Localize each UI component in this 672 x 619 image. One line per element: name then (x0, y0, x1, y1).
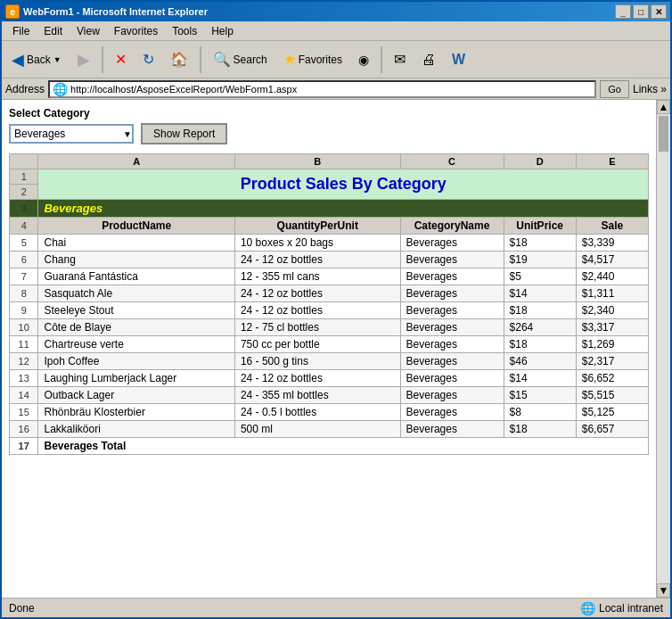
back-dropdown-icon[interactable]: ▼ (53, 55, 61, 64)
cell-cat-13: Beverages (400, 370, 504, 387)
cell-cat-9: Beverages (400, 302, 504, 319)
col-header-a: A (38, 154, 234, 169)
menu-help[interactable]: Help (204, 23, 241, 39)
window-title: WebForm1 - Microsoft Internet Explorer (23, 6, 208, 17)
back-button[interactable]: ◀ Back ▼ (5, 45, 68, 75)
category-select[interactable]: Beverages Condiments Confections Dairy P… (9, 124, 134, 144)
cell-sale-16: $6,657 (576, 421, 648, 438)
cell-sale-8: $1,311 (576, 285, 648, 302)
address-icon: 🌐 (53, 82, 68, 96)
stop-icon: ✕ (115, 51, 127, 68)
category-header-label: Beverages (44, 202, 102, 215)
toolbar: ◀ Back ▼ ▶ ✕ ↻ 🏠 🔍 Search ★ Favorites ◉ (2, 41, 670, 78)
status-right: 🌐 Local intranet (580, 601, 663, 615)
table-row: 14 Outback Lager 24 - 355 ml bottles Bev… (10, 387, 649, 404)
row-num-16: 16 (10, 421, 38, 438)
maximize-button[interactable]: □ (633, 4, 649, 19)
row-num-12: 12 (10, 353, 38, 370)
cell-sale-7: $2,440 (576, 268, 648, 285)
cell-cat-11: Beverages (400, 336, 504, 353)
cell-sale-6: $4,517 (576, 252, 648, 268)
refresh-button[interactable]: ↻ (136, 45, 160, 75)
cell-price-16: $18 (504, 421, 576, 438)
refresh-icon: ↻ (143, 51, 154, 68)
mail-button[interactable]: ✉ (388, 45, 412, 75)
print-button[interactable]: 🖨 (415, 45, 442, 75)
cell-sale-12: $2,317 (576, 353, 648, 370)
cell-sale-5: $3,339 (576, 235, 648, 252)
cell-price-5: $18 (504, 235, 576, 252)
row-num-6: 6 (10, 252, 38, 268)
menu-file[interactable]: File (5, 23, 37, 39)
cell-price-9: $18 (504, 302, 576, 319)
category-select-wrapper: Beverages Condiments Confections Dairy P… (9, 124, 134, 144)
cell-sale-14: $5,515 (576, 387, 648, 404)
minimize-button[interactable]: _ (615, 4, 631, 19)
toolbar-separator-1 (102, 46, 103, 73)
cell-product-13: Laughing Lumberjack Lager (38, 370, 234, 387)
col-header-d: D (504, 154, 576, 169)
search-icon: 🔍 (213, 51, 231, 68)
menu-tools[interactable]: Tools (165, 23, 204, 39)
cell-price-14: $15 (504, 387, 576, 404)
table-row: 11 Chartreuse verte 750 cc per bottle Be… (10, 336, 649, 353)
stop-button[interactable]: ✕ (109, 45, 133, 75)
scroll-down-button[interactable]: ▼ (657, 583, 670, 598)
cell-product-10: Côte de Blaye (38, 319, 234, 336)
spreadsheet-table: A B C D E 1 Product Sales By Category (9, 153, 649, 455)
scroll-up-button[interactable]: ▲ (657, 100, 670, 114)
col-label-category: CategoryName (400, 218, 504, 235)
back-label: Back (27, 54, 51, 66)
home-button[interactable]: 🏠 (164, 45, 194, 75)
vertical-scrollbar[interactable]: ▲ ▼ (656, 100, 670, 598)
search-button[interactable]: 🔍 Search (207, 45, 274, 75)
menu-favorites[interactable]: Favorites (107, 23, 165, 39)
go-button[interactable]: Go (600, 80, 629, 98)
cell-product-7: Guaraná Fantástica (38, 268, 234, 285)
corner-cell (10, 154, 38, 169)
cell-qty-6: 24 - 12 oz bottles (234, 252, 400, 268)
home-icon: 🏠 (170, 51, 188, 68)
address-input[interactable] (70, 84, 594, 95)
word-button[interactable]: W (446, 45, 471, 75)
cell-sale-13: $6,652 (576, 370, 648, 387)
cell-qty-8: 24 - 12 oz bottles (234, 285, 400, 302)
forward-button[interactable]: ▶ (71, 45, 96, 75)
cell-cat-12: Beverages (400, 353, 504, 370)
cell-cat-7: Beverages (400, 268, 504, 285)
browser-window: e WebForm1 - Microsoft Internet Explorer… (0, 0, 672, 619)
cell-price-12: $46 (504, 353, 576, 370)
close-button[interactable]: ✕ (651, 4, 667, 19)
controls-row: Beverages Condiments Confections Dairy P… (9, 123, 649, 144)
cell-price-15: $8 (504, 404, 576, 421)
show-report-button[interactable]: Show Report (141, 123, 227, 144)
menu-view[interactable]: View (70, 23, 107, 39)
col-header-c: C (400, 154, 504, 169)
row-num-11: 11 (10, 336, 38, 353)
cell-price-11: $18 (504, 336, 576, 353)
col-header-row: A B C D E (10, 154, 649, 169)
links-label[interactable]: Links » (633, 83, 667, 95)
cell-price-10: $264 (504, 319, 576, 336)
toolbar-separator-2 (200, 46, 201, 73)
cell-product-5: Chai (38, 235, 234, 252)
row-num-1: 1 (10, 169, 38, 185)
title-bar-buttons[interactable]: _ □ ✕ (615, 4, 667, 19)
row-num-17: 17 (10, 438, 38, 455)
favorites-button[interactable]: ★ Favorites (277, 45, 348, 75)
status-bar: Done 🌐 Local intranet (2, 598, 670, 617)
cell-product-14: Outback Lager (38, 387, 234, 404)
row-num-13: 13 (10, 370, 38, 387)
cell-sale-15: $5,125 (576, 404, 648, 421)
table-row: 12 Ipoh Coffee 16 - 500 g tins Beverages… (10, 353, 649, 370)
status-zone: Local intranet (599, 602, 663, 615)
spreadsheet-container: A B C D E 1 Product Sales By Category (9, 153, 649, 455)
table-row: 7 Guaraná Fantástica 12 - 355 ml cans Be… (10, 268, 649, 285)
cell-price-7: $5 (504, 268, 576, 285)
media-button[interactable]: ◉ (352, 45, 375, 75)
menu-bar: File Edit View Favorites Tools Help (2, 21, 670, 41)
table-row: 16 Lakkaliköori 500 ml Beverages $18 $6,… (10, 421, 649, 438)
menu-edit[interactable]: Edit (37, 23, 70, 39)
scroll-thumb[interactable] (659, 116, 668, 152)
table-row: 13 Laughing Lumberjack Lager 24 - 12 oz … (10, 370, 649, 387)
